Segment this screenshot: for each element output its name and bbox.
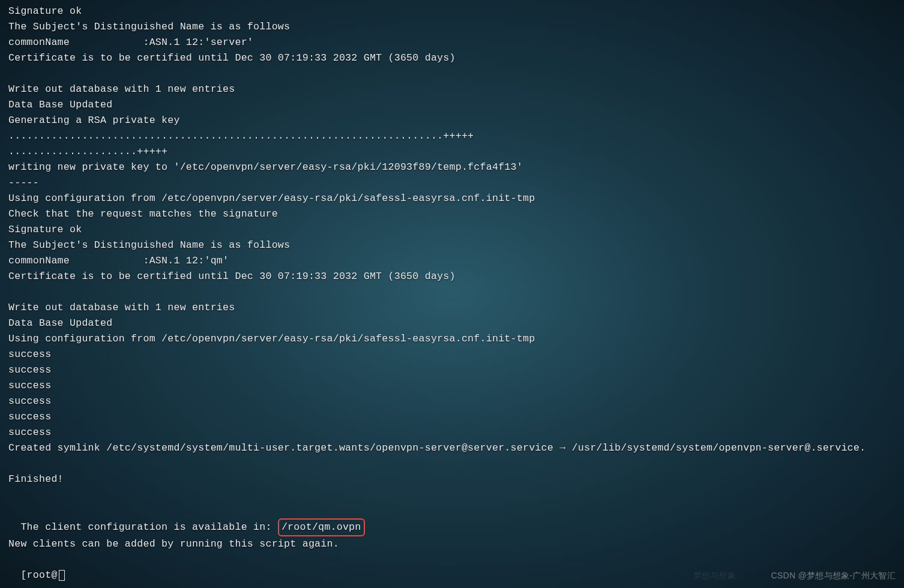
terminal-line [8,66,896,82]
terminal-line: Certificate is to be certified until Dec… [8,50,896,66]
config-path-highlight: /root/qm.ovpn [278,518,365,536]
terminal-line: success [8,347,896,362]
terminal-line: Data Base Updated [8,316,896,331]
terminal-line: Certificate is to be certified until Dec… [8,269,896,284]
terminal-line: Using configuration from /etc/openvpn/se… [8,331,896,347]
terminal-line: success [8,409,896,425]
terminal-line: writing new private key to '/etc/openvpn… [8,160,896,175]
terminal-line: Using configuration from /etc/openvpn/se… [8,191,896,206]
terminal-output[interactable]: Signature okThe Subject's Distinguished … [8,4,896,503]
terminal-line: Data Base Updated [8,97,896,113]
terminal-line: commonName :ASN.1 12:'server' [8,35,896,50]
terminal-line: Write out database with 1 new entries [8,82,896,97]
terminal-last-line: New clients can be added by running this… [8,536,896,552]
terminal-line: .....................+++++ [8,144,896,160]
terminal-line: Signature ok [8,4,896,19]
terminal-line: Write out database with 1 new entries [8,300,896,316]
terminal-line [8,456,896,472]
terminal-line: The Subject's Distinguished Name is as f… [8,19,896,35]
terminal-line: success [8,425,896,440]
terminal-line [8,487,896,503]
terminal-line: Check that the request matches the signa… [8,206,896,222]
terminal-line: ----- [8,175,896,191]
terminal-line: success [8,394,896,409]
terminal-line: Signature ok [8,222,896,238]
watermark-faint: 梦想与想象 [693,568,737,583]
config-prefix-text: The client configuration is available in… [20,521,277,533]
terminal-line: Created symlink /etc/systemd/system/mult… [8,440,896,456]
terminal-line: ........................................… [8,128,896,144]
terminal-line: Generating a RSA private key [8,113,896,128]
watermark: CSDN @梦想与想象-广州大智汇 [771,568,896,583]
prompt-fragment: [root@ [20,569,57,581]
terminal-line: The Subject's Distinguished Name is as f… [8,238,896,253]
terminal-line [8,284,896,300]
terminal-prompt-line[interactable]: [root@ [8,552,896,583]
terminal-line: commonName :ASN.1 12:'qm' [8,253,896,269]
cursor [59,570,65,581]
terminal-line: success [8,378,896,394]
terminal-config-line: The client configuration is available in… [8,503,896,536]
terminal-line: success [8,362,896,378]
terminal-line: Finished! [8,472,896,487]
